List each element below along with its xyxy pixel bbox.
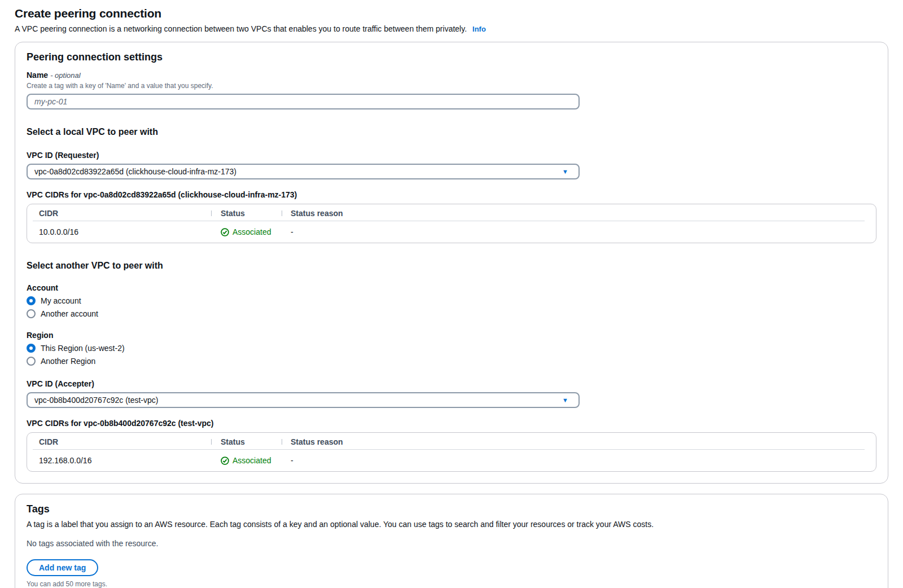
table-row: 10.0.0.0/16 Associated -	[27, 221, 876, 243]
tags-remaining-text: You can add 50 more tags.	[27, 580, 876, 588]
accepter-vpc-label: VPC ID (Accepter)	[27, 379, 876, 388]
page-description-text: A VPC peering connection is a networking…	[15, 24, 467, 33]
name-field-label: Name- optional	[27, 71, 876, 80]
requester-cidr-table: CIDR Status Status reason 10.0.0.0/16 As…	[27, 204, 876, 243]
local-vpc-section-heading: Select a local VPC to peer with	[27, 127, 876, 137]
optional-flag: - optional	[50, 71, 80, 80]
accepter-cidr-table: CIDR Status Status reason 192.168.0.0/16…	[27, 432, 876, 472]
page-description: A VPC peering connection is a networking…	[15, 24, 888, 33]
settings-card-heading: Peering connection settings	[27, 51, 876, 63]
region-group-label: Region	[27, 331, 876, 340]
status-value: Associated	[211, 456, 282, 465]
requester-vpc-select[interactable]: vpc-0a8d02cd83922a65d (clickhouse-cloud-…	[27, 164, 580, 179]
radio-button[interactable]	[27, 296, 36, 305]
accepter-cidr-table-title: VPC CIDRs for vpc-0b8b400d20767c92c (tes…	[27, 419, 876, 428]
status-value: Associated	[211, 227, 282, 236]
success-check-icon	[221, 457, 229, 465]
add-new-tag-button[interactable]: Add new tag	[27, 559, 98, 576]
table-row: 192.168.0.0/16 Associated -	[27, 450, 876, 471]
account-group-label: Account	[27, 283, 876, 292]
info-link[interactable]: Info	[472, 25, 486, 33]
radio-option-another-region[interactable]: Another Region	[27, 357, 876, 366]
caret-down-icon: ▼	[562, 169, 568, 175]
status-reason-value: -	[282, 227, 876, 236]
success-check-icon	[221, 228, 229, 236]
column-header-cidr: CIDR	[27, 209, 211, 218]
radio-option-this-region[interactable]: This Region (us-west-2)	[27, 344, 876, 353]
accepter-vpc-selected-value: vpc-0b8b400d20767c92c (test-vpc)	[34, 396, 158, 405]
page-title: Create peering connection	[15, 7, 888, 20]
tags-card: Tags A tag is a label that you assign to…	[15, 494, 888, 588]
create-peering-connection-page: Create peering connection A VPC peering …	[0, 0, 903, 588]
accepter-vpc-select[interactable]: vpc-0b8b400d20767c92c (test-vpc) ▼	[27, 392, 580, 408]
tags-description: A tag is a label that you assign to an A…	[27, 520, 876, 529]
caret-down-icon: ▼	[562, 397, 568, 403]
requester-cidr-table-title: VPC CIDRs for vpc-0a8d02cd83922a65d (cli…	[27, 190, 876, 199]
column-header-status: Status	[211, 437, 282, 446]
name-field-help: Create a tag with a key of 'Name' and a …	[27, 82, 876, 90]
radio-button[interactable]	[27, 309, 36, 318]
name-input[interactable]	[27, 94, 580, 109]
column-header-status: Status	[211, 209, 282, 218]
requester-vpc-label: VPC ID (Requester)	[27, 151, 876, 160]
table-header-row: CIDR Status Status reason	[27, 434, 876, 450]
radio-button[interactable]	[27, 357, 36, 366]
column-header-cidr: CIDR	[27, 437, 211, 446]
tags-empty-text: No tags associated with the resource.	[27, 539, 876, 548]
column-header-status-reason: Status reason	[282, 209, 876, 218]
status-reason-value: -	[282, 456, 876, 465]
another-vpc-section-heading: Select another VPC to peer with	[27, 261, 876, 271]
tags-card-heading: Tags	[27, 503, 876, 515]
table-header-row: CIDR Status Status reason	[27, 205, 876, 221]
radio-button[interactable]	[27, 344, 36, 353]
radio-option-my-account[interactable]: My account	[27, 296, 876, 305]
peering-connection-settings-card: Peering connection settings Name- option…	[15, 42, 888, 484]
cidr-value: 10.0.0.0/16	[27, 227, 211, 236]
cidr-value: 192.168.0.0/16	[27, 456, 211, 465]
column-header-status-reason: Status reason	[282, 437, 876, 446]
requester-vpc-selected-value: vpc-0a8d02cd83922a65d (clickhouse-cloud-…	[34, 167, 236, 176]
radio-option-another-account[interactable]: Another account	[27, 309, 876, 318]
